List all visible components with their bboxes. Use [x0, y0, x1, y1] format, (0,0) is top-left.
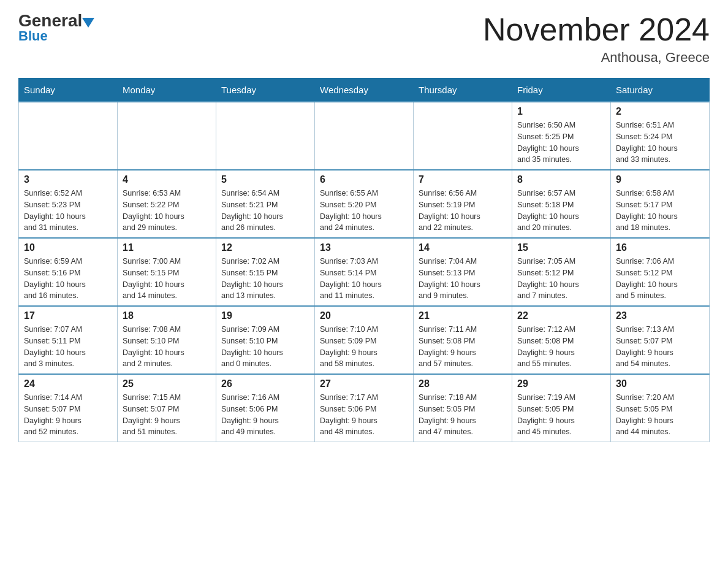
day-info: Sunrise: 7:00 AM Sunset: 5:15 PM Dayligh…: [123, 256, 211, 302]
weekday-header-thursday: Thursday: [414, 79, 512, 102]
title-section: November 2024 Anthousa, Greece: [483, 12, 710, 66]
calendar-cell: 7Sunrise: 6:56 AM Sunset: 5:19 PM Daylig…: [414, 170, 512, 238]
day-number: 7: [419, 174, 507, 185]
day-number: 19: [221, 310, 309, 321]
day-info: Sunrise: 6:54 AM Sunset: 5:21 PM Dayligh…: [221, 188, 309, 234]
location-subtitle: Anthousa, Greece: [483, 50, 710, 66]
day-info: Sunrise: 7:04 AM Sunset: 5:13 PM Dayligh…: [419, 256, 507, 302]
day-info: Sunrise: 6:52 AM Sunset: 5:23 PM Dayligh…: [24, 188, 112, 234]
day-number: 10: [24, 242, 112, 253]
calendar-cell: 20Sunrise: 7:10 AM Sunset: 5:09 PM Dayli…: [315, 306, 414, 374]
calendar-cell: 9Sunrise: 6:58 AM Sunset: 5:17 PM Daylig…: [611, 170, 710, 238]
day-info: Sunrise: 6:56 AM Sunset: 5:19 PM Dayligh…: [419, 188, 507, 234]
day-info: Sunrise: 7:08 AM Sunset: 5:10 PM Dayligh…: [123, 324, 211, 370]
calendar-cell: 18Sunrise: 7:08 AM Sunset: 5:10 PM Dayli…: [118, 306, 216, 374]
day-number: 18: [123, 310, 211, 321]
day-info: Sunrise: 7:13 AM Sunset: 5:07 PM Dayligh…: [616, 324, 704, 370]
day-info: Sunrise: 7:03 AM Sunset: 5:14 PM Dayligh…: [320, 256, 408, 302]
day-number: 25: [123, 378, 211, 389]
calendar-cell: 16Sunrise: 7:06 AM Sunset: 5:12 PM Dayli…: [611, 238, 710, 306]
calendar-cell: 30Sunrise: 7:20 AM Sunset: 5:05 PM Dayli…: [611, 374, 710, 442]
calendar-cell: 13Sunrise: 7:03 AM Sunset: 5:14 PM Dayli…: [315, 238, 414, 306]
calendar-week-row: 1Sunrise: 6:50 AM Sunset: 5:25 PM Daylig…: [19, 102, 710, 170]
day-info: Sunrise: 7:17 AM Sunset: 5:06 PM Dayligh…: [320, 392, 408, 438]
calendar-cell: [216, 102, 315, 170]
weekday-header-sunday: Sunday: [19, 79, 118, 102]
day-info: Sunrise: 6:55 AM Sunset: 5:20 PM Dayligh…: [320, 188, 408, 234]
calendar-cell: 23Sunrise: 7:13 AM Sunset: 5:07 PM Dayli…: [611, 306, 710, 374]
day-number: 5: [221, 174, 309, 185]
calendar-cell: 2Sunrise: 6:51 AM Sunset: 5:24 PM Daylig…: [611, 102, 710, 170]
day-number: 21: [419, 310, 507, 321]
day-info: Sunrise: 7:06 AM Sunset: 5:12 PM Dayligh…: [616, 256, 704, 302]
day-info: Sunrise: 6:53 AM Sunset: 5:22 PM Dayligh…: [123, 188, 211, 234]
day-number: 30: [616, 378, 704, 389]
calendar-cell: 25Sunrise: 7:15 AM Sunset: 5:07 PM Dayli…: [118, 374, 216, 442]
page-header: General Blue November 2024 Anthousa, Gre…: [18, 12, 710, 66]
logo-blue-text: Blue: [18, 29, 48, 43]
day-info: Sunrise: 7:15 AM Sunset: 5:07 PM Dayligh…: [123, 392, 211, 438]
day-info: Sunrise: 7:19 AM Sunset: 5:05 PM Dayligh…: [517, 392, 605, 438]
calendar-week-row: 10Sunrise: 6:59 AM Sunset: 5:16 PM Dayli…: [19, 238, 710, 306]
day-number: 28: [419, 378, 507, 389]
day-number: 23: [616, 310, 704, 321]
day-info: Sunrise: 7:10 AM Sunset: 5:09 PM Dayligh…: [320, 324, 408, 370]
calendar-cell: [118, 102, 216, 170]
calendar-cell: [414, 102, 512, 170]
logo-general-text: General: [18, 12, 82, 29]
day-number: 27: [320, 378, 408, 389]
calendar-cell: 28Sunrise: 7:18 AM Sunset: 5:05 PM Dayli…: [414, 374, 512, 442]
day-number: 22: [517, 310, 605, 321]
calendar-cell: 4Sunrise: 6:53 AM Sunset: 5:22 PM Daylig…: [118, 170, 216, 238]
day-number: 2: [616, 106, 704, 117]
calendar-cell: 6Sunrise: 6:55 AM Sunset: 5:20 PM Daylig…: [315, 170, 414, 238]
calendar-cell: 1Sunrise: 6:50 AM Sunset: 5:25 PM Daylig…: [512, 102, 611, 170]
day-number: 3: [24, 174, 112, 185]
calendar-cell: 26Sunrise: 7:16 AM Sunset: 5:06 PM Dayli…: [216, 374, 315, 442]
calendar-week-row: 24Sunrise: 7:14 AM Sunset: 5:07 PM Dayli…: [19, 374, 710, 442]
calendar-cell: 29Sunrise: 7:19 AM Sunset: 5:05 PM Dayli…: [512, 374, 611, 442]
day-info: Sunrise: 6:57 AM Sunset: 5:18 PM Dayligh…: [517, 188, 605, 234]
day-info: Sunrise: 7:16 AM Sunset: 5:06 PM Dayligh…: [221, 392, 309, 438]
day-info: Sunrise: 6:58 AM Sunset: 5:17 PM Dayligh…: [616, 188, 704, 234]
weekday-header-row: SundayMondayTuesdayWednesdayThursdayFrid…: [19, 79, 710, 102]
weekday-header-monday: Monday: [118, 79, 216, 102]
day-info: Sunrise: 7:12 AM Sunset: 5:08 PM Dayligh…: [517, 324, 605, 370]
calendar-table: SundayMondayTuesdayWednesdayThursdayFrid…: [18, 78, 710, 442]
day-number: 17: [24, 310, 112, 321]
logo-triangle-icon: [82, 18, 94, 28]
calendar-cell: 22Sunrise: 7:12 AM Sunset: 5:08 PM Dayli…: [512, 306, 611, 374]
day-number: 16: [616, 242, 704, 253]
day-number: 20: [320, 310, 408, 321]
day-number: 6: [320, 174, 408, 185]
calendar-cell: 3Sunrise: 6:52 AM Sunset: 5:23 PM Daylig…: [19, 170, 118, 238]
day-info: Sunrise: 7:09 AM Sunset: 5:10 PM Dayligh…: [221, 324, 309, 370]
day-number: 8: [517, 174, 605, 185]
logo: General Blue: [18, 12, 97, 43]
calendar-cell: 14Sunrise: 7:04 AM Sunset: 5:13 PM Dayli…: [414, 238, 512, 306]
calendar-cell: 27Sunrise: 7:17 AM Sunset: 5:06 PM Dayli…: [315, 374, 414, 442]
weekday-header-wednesday: Wednesday: [315, 79, 414, 102]
calendar-cell: 17Sunrise: 7:07 AM Sunset: 5:11 PM Dayli…: [19, 306, 118, 374]
calendar-cell: 10Sunrise: 6:59 AM Sunset: 5:16 PM Dayli…: [19, 238, 118, 306]
calendar-cell: 15Sunrise: 7:05 AM Sunset: 5:12 PM Dayli…: [512, 238, 611, 306]
calendar-cell: [19, 102, 118, 170]
calendar-cell: 11Sunrise: 7:00 AM Sunset: 5:15 PM Dayli…: [118, 238, 216, 306]
day-number: 4: [123, 174, 211, 185]
calendar-cell: 21Sunrise: 7:11 AM Sunset: 5:08 PM Dayli…: [414, 306, 512, 374]
day-number: 13: [320, 242, 408, 253]
day-info: Sunrise: 7:05 AM Sunset: 5:12 PM Dayligh…: [517, 256, 605, 302]
calendar-week-row: 3Sunrise: 6:52 AM Sunset: 5:23 PM Daylig…: [19, 170, 710, 238]
calendar-cell: 8Sunrise: 6:57 AM Sunset: 5:18 PM Daylig…: [512, 170, 611, 238]
day-number: 15: [517, 242, 605, 253]
weekday-header-tuesday: Tuesday: [216, 79, 315, 102]
day-info: Sunrise: 7:14 AM Sunset: 5:07 PM Dayligh…: [24, 392, 112, 438]
day-number: 1: [517, 106, 605, 117]
calendar-cell: [315, 102, 414, 170]
day-info: Sunrise: 7:18 AM Sunset: 5:05 PM Dayligh…: [419, 392, 507, 438]
day-info: Sunrise: 6:51 AM Sunset: 5:24 PM Dayligh…: [616, 120, 704, 166]
day-number: 9: [616, 174, 704, 185]
day-number: 12: [221, 242, 309, 253]
calendar-week-row: 17Sunrise: 7:07 AM Sunset: 5:11 PM Dayli…: [19, 306, 710, 374]
day-number: 11: [123, 242, 211, 253]
